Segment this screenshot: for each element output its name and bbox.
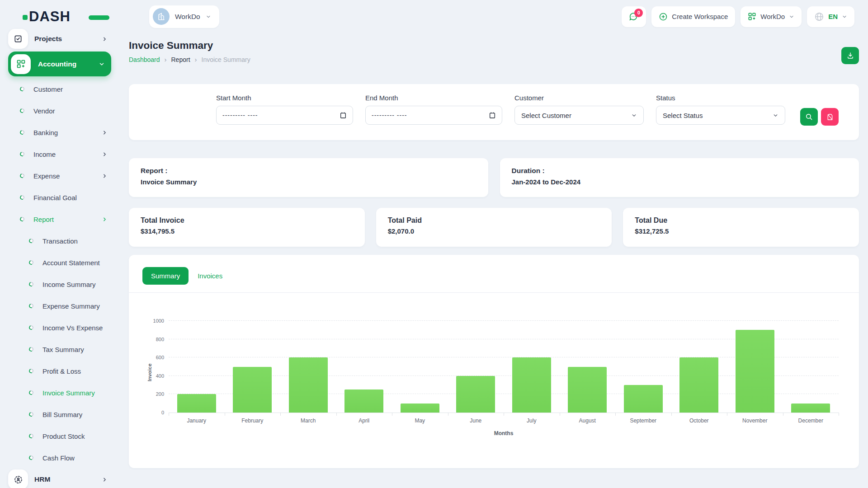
chevron-down-icon bbox=[789, 14, 794, 19]
globe-icon bbox=[814, 12, 824, 22]
x-tick bbox=[448, 413, 448, 416]
sidebar-item-financial-goal[interactable]: Financial Goal bbox=[8, 187, 111, 208]
workspace-name: WorkDo bbox=[175, 13, 200, 21]
start-month-field: Start Month --------- ---- bbox=[216, 94, 353, 140]
bullet-icon bbox=[28, 303, 34, 309]
bullet-icon bbox=[28, 324, 34, 330]
sidebar-item-label: Transaction bbox=[42, 237, 78, 245]
y-tick-label: 0 bbox=[161, 410, 164, 415]
y-tick-label: 800 bbox=[156, 337, 164, 342]
calendar-icon[interactable] bbox=[489, 112, 496, 119]
sidebar-item-income[interactable]: Income bbox=[8, 143, 111, 165]
x-tick bbox=[392, 413, 392, 416]
messages-button[interactable]: 0 bbox=[622, 6, 646, 27]
sidebar-item-product-stock[interactable]: Product Stock bbox=[8, 425, 111, 447]
top-header: DASH WorkDo 0 Create Workspace WorkDo bbox=[0, 0, 868, 33]
bar-january bbox=[177, 394, 216, 413]
sidebar-item-transaction[interactable]: Transaction bbox=[8, 230, 111, 252]
tab-divider bbox=[129, 292, 859, 293]
sidebar-item-label: Product Stock bbox=[42, 432, 85, 440]
x-tick bbox=[783, 413, 783, 416]
bullet-icon bbox=[28, 346, 34, 352]
create-workspace-button[interactable]: Create Workspace bbox=[651, 6, 735, 27]
bullet-icon bbox=[19, 216, 25, 222]
sidebar-item-cash-flow[interactable]: Cash Flow bbox=[8, 447, 111, 469]
customer-select[interactable]: Select Customer bbox=[514, 106, 644, 125]
tab-summary[interactable]: Summary bbox=[142, 267, 189, 285]
workspace-switcher[interactable]: WorkDo bbox=[149, 5, 219, 28]
sidebar-item-expense[interactable]: Expense bbox=[8, 165, 111, 187]
reset-filter-button[interactable] bbox=[821, 108, 839, 126]
page-title: Invoice Summary bbox=[129, 40, 859, 52]
total-invoice-card: Total Invoice $314,795.5 bbox=[129, 208, 365, 247]
workdo-menu-button[interactable]: WorkDo bbox=[741, 6, 802, 27]
download-button[interactable] bbox=[841, 47, 859, 64]
customer-label: Customer bbox=[514, 94, 644, 102]
sidebar-item-accounting[interactable]: Accounting bbox=[8, 52, 111, 76]
chevron-down-icon bbox=[842, 14, 847, 19]
grid-plus-icon bbox=[16, 59, 26, 69]
x-tick bbox=[671, 413, 672, 416]
bullet-icon bbox=[19, 151, 25, 157]
bar-november bbox=[736, 330, 774, 413]
apply-filter-button[interactable] bbox=[800, 108, 818, 126]
report-info-title: Report : bbox=[141, 167, 476, 175]
sidebar-item-tax-summary[interactable]: Tax Summary bbox=[8, 338, 111, 360]
filter-panel: Start Month --------- ---- End Month ---… bbox=[129, 84, 859, 140]
start-month-input[interactable]: --------- ---- bbox=[216, 106, 353, 125]
bar-march bbox=[289, 357, 328, 413]
x-tick-label: December bbox=[783, 418, 839, 424]
tab-invoices[interactable]: Invoices bbox=[197, 267, 223, 284]
logo-dash bbox=[89, 15, 109, 20]
sidebar-item-label: Tax Summary bbox=[42, 346, 84, 353]
bullet-icon bbox=[28, 368, 34, 374]
download-icon bbox=[846, 52, 854, 60]
calendar-icon[interactable] bbox=[340, 112, 347, 119]
x-tick bbox=[280, 413, 281, 416]
sidebar-item-label: HRM bbox=[34, 475, 50, 483]
chevron-right-icon bbox=[102, 151, 108, 157]
x-tick bbox=[225, 413, 225, 416]
sidebar-item-income-summary[interactable]: Income Summary bbox=[8, 273, 111, 295]
language-selector[interactable]: EN bbox=[807, 6, 854, 27]
app-logo: DASH bbox=[29, 9, 97, 25]
sidebar-item-invoice-summary[interactable]: Invoice Summary bbox=[8, 382, 111, 404]
sidebar-item-label: Cash Flow bbox=[42, 454, 75, 462]
breadcrumb-report[interactable]: Report bbox=[171, 56, 190, 63]
bullet-icon bbox=[19, 129, 25, 135]
reset-icon bbox=[826, 113, 834, 121]
messages-badge: 0 bbox=[634, 9, 643, 17]
sidebar-item-profit-loss[interactable]: Profit & Loss bbox=[8, 360, 111, 382]
sidebar-item-customer[interactable]: Customer bbox=[8, 78, 111, 100]
chevron-down-icon bbox=[206, 14, 211, 19]
grid-plus-icon bbox=[748, 12, 756, 21]
sidebar-item-label: Profit & Loss bbox=[42, 367, 81, 375]
chart-plot: 02004006008001000 bbox=[169, 321, 839, 413]
sidebar-item-banking[interactable]: Banking bbox=[8, 122, 111, 143]
sidebar-item-projects[interactable]: Projects bbox=[8, 28, 111, 50]
chevron-right-icon bbox=[102, 130, 108, 136]
x-tick-label: March bbox=[280, 418, 336, 424]
sidebar-item-hrm[interactable]: HRM bbox=[8, 469, 111, 488]
language-label: EN bbox=[828, 13, 838, 20]
chart-bars bbox=[169, 321, 839, 413]
sidebar-item-income-vs-expense[interactable]: Income Vs Expense bbox=[8, 317, 111, 338]
sidebar-item-bill-summary[interactable]: Bill Summary bbox=[8, 404, 111, 425]
sidebar-item-label: Income bbox=[33, 150, 56, 158]
building-icon bbox=[157, 12, 165, 21]
sidebar-item-report[interactable]: Report bbox=[8, 208, 111, 230]
sidebar-item-label: Projects bbox=[34, 35, 62, 43]
report-info-card: Report : Invoice Summary bbox=[129, 158, 488, 197]
end-month-input[interactable]: --------- ---- bbox=[365, 106, 502, 125]
checkbox-icon bbox=[8, 29, 28, 49]
logo-text: DASH bbox=[29, 9, 71, 25]
sidebar-item-account-statement[interactable]: Account Statement bbox=[8, 252, 111, 273]
bar-july bbox=[512, 357, 551, 413]
breadcrumb-dashboard[interactable]: Dashboard bbox=[129, 56, 160, 63]
sidebar-item-label: Expense Summary bbox=[42, 302, 100, 310]
main-content: Invoice Summary Dashboard › Report › Inv… bbox=[129, 40, 859, 468]
status-select[interactable]: Select Status bbox=[656, 106, 785, 125]
sidebar-item-expense-summary[interactable]: Expense Summary bbox=[8, 295, 111, 317]
sidebar-item-vendor[interactable]: Vendor bbox=[8, 100, 111, 122]
x-tick-label: July bbox=[504, 418, 560, 424]
